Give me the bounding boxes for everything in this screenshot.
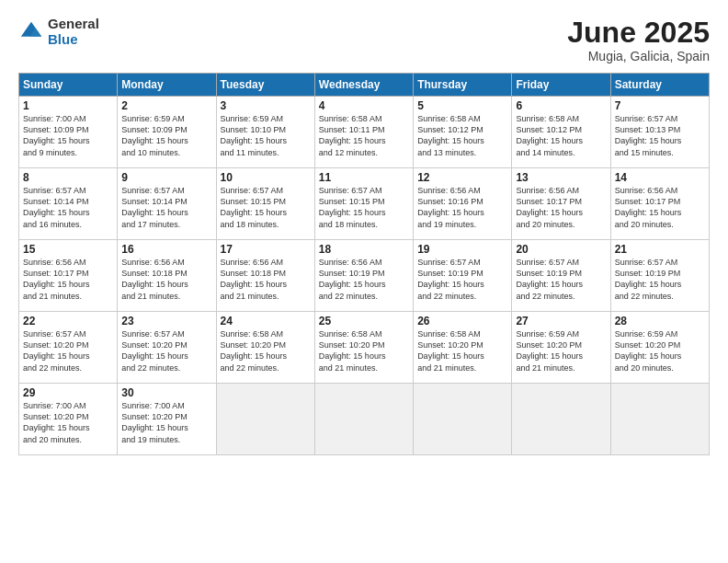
day-cell: 4Sunrise: 6:58 AM Sunset: 10:11 PM Dayli… <box>314 97 413 168</box>
day-info: Sunrise: 6:58 AM Sunset: 10:11 PM Daylig… <box>319 113 409 158</box>
day-cell: 11Sunrise: 6:57 AM Sunset: 10:15 PM Dayl… <box>314 168 413 240</box>
day-info: Sunrise: 6:56 AM Sunset: 10:19 PM Daylig… <box>319 257 409 302</box>
day-info: Sunrise: 6:56 AM Sunset: 10:17 PM Daylig… <box>23 257 113 302</box>
day-cell: 25Sunrise: 6:58 AM Sunset: 10:20 PM Dayl… <box>314 312 413 384</box>
day-info: Sunrise: 6:57 AM Sunset: 10:20 PM Daylig… <box>121 328 211 373</box>
day-info: Sunrise: 7:00 AM Sunset: 10:20 PM Daylig… <box>23 400 113 445</box>
day-number: 27 <box>516 315 606 327</box>
day-cell: 19Sunrise: 6:57 AM Sunset: 10:19 PM Dayl… <box>414 240 512 312</box>
day-cell: 20Sunrise: 6:57 AM Sunset: 10:19 PM Dayl… <box>512 240 610 312</box>
day-cell: 18Sunrise: 6:56 AM Sunset: 10:19 PM Dayl… <box>314 240 413 312</box>
day-number: 14 <box>615 171 705 184</box>
week-row-4: 22Sunrise: 6:57 AM Sunset: 10:20 PM Dayl… <box>19 312 710 384</box>
day-number: 3 <box>221 99 311 112</box>
day-cell: 6Sunrise: 6:58 AM Sunset: 10:12 PM Dayli… <box>512 97 610 168</box>
day-cell: 24Sunrise: 6:58 AM Sunset: 10:20 PM Dayl… <box>216 312 314 384</box>
day-cell: 13Sunrise: 6:56 AM Sunset: 10:17 PM Dayl… <box>512 168 610 240</box>
day-number: 19 <box>417 243 507 256</box>
page: General Blue June 2025 Mugia, Galicia, S… <box>0 0 728 563</box>
day-number: 5 <box>417 99 507 112</box>
day-cell <box>314 384 413 455</box>
day-number: 30 <box>121 386 211 399</box>
logo-general: General <box>48 17 99 32</box>
day-info: Sunrise: 6:57 AM Sunset: 10:19 PM Daylig… <box>615 257 705 302</box>
day-info: Sunrise: 6:57 AM Sunset: 10:15 PM Daylig… <box>221 185 311 230</box>
day-cell: 10Sunrise: 6:57 AM Sunset: 10:15 PM Dayl… <box>216 168 314 240</box>
day-cell: 7Sunrise: 6:57 AM Sunset: 10:13 PM Dayli… <box>610 97 709 168</box>
day-info: Sunrise: 6:57 AM Sunset: 10:14 PM Daylig… <box>121 185 211 230</box>
day-info: Sunrise: 6:56 AM Sunset: 10:17 PM Daylig… <box>615 185 705 230</box>
header-row: Sunday Monday Tuesday Wednesday Thursday… <box>19 74 710 97</box>
col-thursday: Thursday <box>414 74 512 97</box>
day-info: Sunrise: 7:00 AM Sunset: 10:20 PM Daylig… <box>121 400 211 445</box>
day-cell: 14Sunrise: 6:56 AM Sunset: 10:17 PM Dayl… <box>610 168 709 240</box>
day-info: Sunrise: 6:57 AM Sunset: 10:19 PM Daylig… <box>516 257 606 302</box>
day-number: 1 <box>23 99 113 112</box>
day-cell <box>216 384 314 455</box>
week-row-1: 1Sunrise: 7:00 AM Sunset: 10:09 PM Dayli… <box>19 97 710 168</box>
col-friday: Friday <box>512 74 610 97</box>
day-info: Sunrise: 6:56 AM Sunset: 10:17 PM Daylig… <box>516 185 606 230</box>
day-number: 4 <box>319 99 409 112</box>
logo-blue: Blue <box>48 32 99 48</box>
title-block: June 2025 Mugia, Galicia, Spain <box>567 17 710 63</box>
day-info: Sunrise: 6:57 AM Sunset: 10:15 PM Daylig… <box>319 185 409 230</box>
day-number: 12 <box>417 171 507 184</box>
day-cell: 30Sunrise: 7:00 AM Sunset: 10:20 PM Dayl… <box>118 384 216 455</box>
day-info: Sunrise: 7:00 AM Sunset: 10:09 PM Daylig… <box>23 113 113 158</box>
day-cell: 17Sunrise: 6:56 AM Sunset: 10:18 PM Dayl… <box>216 240 314 312</box>
day-number: 9 <box>121 171 211 184</box>
day-cell <box>610 384 709 455</box>
logo-text: General Blue <box>48 17 99 47</box>
day-cell: 1Sunrise: 7:00 AM Sunset: 10:09 PM Dayli… <box>19 97 118 168</box>
day-info: Sunrise: 6:59 AM Sunset: 10:20 PM Daylig… <box>516 328 606 373</box>
day-info: Sunrise: 6:57 AM Sunset: 10:14 PM Daylig… <box>23 185 113 230</box>
day-info: Sunrise: 6:58 AM Sunset: 10:20 PM Daylig… <box>319 328 409 373</box>
day-number: 18 <box>319 243 409 256</box>
day-cell: 26Sunrise: 6:58 AM Sunset: 10:20 PM Dayl… <box>414 312 512 384</box>
col-wednesday: Wednesday <box>314 74 413 97</box>
day-info: Sunrise: 6:57 AM Sunset: 10:13 PM Daylig… <box>615 113 705 158</box>
day-info: Sunrise: 6:56 AM Sunset: 10:18 PM Daylig… <box>221 257 311 302</box>
day-number: 6 <box>516 99 606 112</box>
day-cell: 16Sunrise: 6:56 AM Sunset: 10:18 PM Dayl… <box>118 240 216 312</box>
day-number: 11 <box>319 171 409 184</box>
day-cell: 23Sunrise: 6:57 AM Sunset: 10:20 PM Dayl… <box>118 312 216 384</box>
day-cell: 28Sunrise: 6:59 AM Sunset: 10:20 PM Dayl… <box>610 312 709 384</box>
calendar-header: Sunday Monday Tuesday Wednesday Thursday… <box>19 74 710 97</box>
col-tuesday: Tuesday <box>216 74 314 97</box>
day-cell: 12Sunrise: 6:56 AM Sunset: 10:16 PM Dayl… <box>414 168 512 240</box>
day-info: Sunrise: 6:59 AM Sunset: 10:10 PM Daylig… <box>221 113 311 158</box>
day-info: Sunrise: 6:58 AM Sunset: 10:12 PM Daylig… <box>516 113 606 158</box>
day-number: 24 <box>221 315 311 327</box>
day-cell: 15Sunrise: 6:56 AM Sunset: 10:17 PM Dayl… <box>19 240 118 312</box>
day-number: 16 <box>121 243 211 256</box>
day-info: Sunrise: 6:58 AM Sunset: 10:20 PM Daylig… <box>221 328 311 373</box>
day-info: Sunrise: 6:59 AM Sunset: 10:20 PM Daylig… <box>615 328 705 373</box>
day-number: 20 <box>516 243 606 256</box>
day-number: 17 <box>221 243 311 256</box>
week-row-3: 15Sunrise: 6:56 AM Sunset: 10:17 PM Dayl… <box>19 240 710 312</box>
day-number: 22 <box>23 315 113 327</box>
calendar-subtitle: Mugia, Galicia, Spain <box>567 49 710 63</box>
col-saturday: Saturday <box>610 74 709 97</box>
day-number: 25 <box>319 315 409 327</box>
day-number: 21 <box>615 243 705 256</box>
logo: General Blue <box>18 17 99 47</box>
day-cell: 9Sunrise: 6:57 AM Sunset: 10:14 PM Dayli… <box>118 168 216 240</box>
calendar-body: 1Sunrise: 7:00 AM Sunset: 10:09 PM Dayli… <box>19 97 710 455</box>
week-row-2: 8Sunrise: 6:57 AM Sunset: 10:14 PM Dayli… <box>19 168 710 240</box>
day-cell: 3Sunrise: 6:59 AM Sunset: 10:10 PM Dayli… <box>216 97 314 168</box>
day-number: 23 <box>121 315 211 327</box>
day-info: Sunrise: 6:56 AM Sunset: 10:18 PM Daylig… <box>121 257 211 302</box>
col-monday: Monday <box>118 74 216 97</box>
logo-icon <box>18 19 44 45</box>
day-cell: 29Sunrise: 7:00 AM Sunset: 10:20 PM Dayl… <box>19 384 118 455</box>
calendar-table: Sunday Monday Tuesday Wednesday Thursday… <box>18 73 710 455</box>
day-info: Sunrise: 6:57 AM Sunset: 10:19 PM Daylig… <box>417 257 507 302</box>
week-row-5: 29Sunrise: 7:00 AM Sunset: 10:20 PM Dayl… <box>19 384 710 455</box>
day-cell: 27Sunrise: 6:59 AM Sunset: 10:20 PM Dayl… <box>512 312 610 384</box>
day-number: 26 <box>417 315 507 327</box>
day-number: 29 <box>23 386 113 399</box>
day-number: 7 <box>615 99 705 112</box>
